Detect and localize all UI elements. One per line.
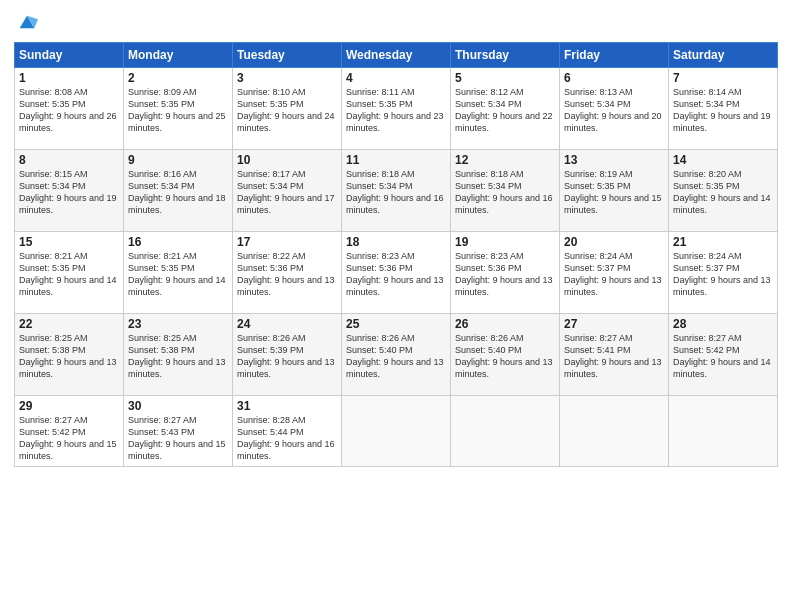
day-info: Sunrise: 8:27 AMSunset: 5:42 PMDaylight:… [673, 332, 773, 381]
calendar-cell: 10Sunrise: 8:17 AMSunset: 5:34 PMDayligh… [233, 150, 342, 232]
day-info: Sunrise: 8:26 AMSunset: 5:39 PMDaylight:… [237, 332, 337, 381]
calendar-cell: 12Sunrise: 8:18 AMSunset: 5:34 PMDayligh… [451, 150, 560, 232]
calendar-cell: 11Sunrise: 8:18 AMSunset: 5:34 PMDayligh… [342, 150, 451, 232]
day-number: 8 [19, 153, 119, 167]
calendar-cell: 15Sunrise: 8:21 AMSunset: 5:35 PMDayligh… [15, 232, 124, 314]
day-number: 17 [237, 235, 337, 249]
day-number: 29 [19, 399, 119, 413]
day-info: Sunrise: 8:26 AMSunset: 5:40 PMDaylight:… [455, 332, 555, 381]
day-info: Sunrise: 8:09 AMSunset: 5:35 PMDaylight:… [128, 86, 228, 135]
calendar-cell: 19Sunrise: 8:23 AMSunset: 5:36 PMDayligh… [451, 232, 560, 314]
logo-icon [16, 12, 38, 34]
day-number: 13 [564, 153, 664, 167]
day-info: Sunrise: 8:28 AMSunset: 5:44 PMDaylight:… [237, 414, 337, 463]
day-info: Sunrise: 8:19 AMSunset: 5:35 PMDaylight:… [564, 168, 664, 217]
calendar-cell: 5Sunrise: 8:12 AMSunset: 5:34 PMDaylight… [451, 68, 560, 150]
calendar-cell: 26Sunrise: 8:26 AMSunset: 5:40 PMDayligh… [451, 314, 560, 396]
day-number: 16 [128, 235, 228, 249]
day-number: 14 [673, 153, 773, 167]
header-sunday: Sunday [15, 43, 124, 68]
day-info: Sunrise: 8:11 AMSunset: 5:35 PMDaylight:… [346, 86, 446, 135]
day-info: Sunrise: 8:14 AMSunset: 5:34 PMDaylight:… [673, 86, 773, 135]
day-number: 22 [19, 317, 119, 331]
day-info: Sunrise: 8:22 AMSunset: 5:36 PMDaylight:… [237, 250, 337, 299]
day-number: 15 [19, 235, 119, 249]
day-info: Sunrise: 8:08 AMSunset: 5:35 PMDaylight:… [19, 86, 119, 135]
day-number: 27 [564, 317, 664, 331]
day-info: Sunrise: 8:24 AMSunset: 5:37 PMDaylight:… [564, 250, 664, 299]
calendar-cell: 22Sunrise: 8:25 AMSunset: 5:38 PMDayligh… [15, 314, 124, 396]
header [14, 12, 778, 34]
calendar-cell [669, 396, 778, 467]
day-number: 6 [564, 71, 664, 85]
calendar-cell [451, 396, 560, 467]
day-info: Sunrise: 8:27 AMSunset: 5:42 PMDaylight:… [19, 414, 119, 463]
day-number: 9 [128, 153, 228, 167]
day-info: Sunrise: 8:21 AMSunset: 5:35 PMDaylight:… [128, 250, 228, 299]
day-info: Sunrise: 8:25 AMSunset: 5:38 PMDaylight:… [19, 332, 119, 381]
day-number: 26 [455, 317, 555, 331]
calendar-cell: 16Sunrise: 8:21 AMSunset: 5:35 PMDayligh… [124, 232, 233, 314]
day-info: Sunrise: 8:18 AMSunset: 5:34 PMDaylight:… [455, 168, 555, 217]
calendar-cell: 28Sunrise: 8:27 AMSunset: 5:42 PMDayligh… [669, 314, 778, 396]
calendar-cell: 1Sunrise: 8:08 AMSunset: 5:35 PMDaylight… [15, 68, 124, 150]
day-info: Sunrise: 8:18 AMSunset: 5:34 PMDaylight:… [346, 168, 446, 217]
calendar-cell [342, 396, 451, 467]
calendar-cell: 17Sunrise: 8:22 AMSunset: 5:36 PMDayligh… [233, 232, 342, 314]
day-number: 10 [237, 153, 337, 167]
header-friday: Friday [560, 43, 669, 68]
calendar-cell: 29Sunrise: 8:27 AMSunset: 5:42 PMDayligh… [15, 396, 124, 467]
calendar-cell: 21Sunrise: 8:24 AMSunset: 5:37 PMDayligh… [669, 232, 778, 314]
logo [14, 12, 38, 34]
day-number: 31 [237, 399, 337, 413]
day-number: 19 [455, 235, 555, 249]
header-tuesday: Tuesday [233, 43, 342, 68]
calendar-cell: 30Sunrise: 8:27 AMSunset: 5:43 PMDayligh… [124, 396, 233, 467]
day-number: 18 [346, 235, 446, 249]
day-number: 21 [673, 235, 773, 249]
weekday-header-row: Sunday Monday Tuesday Wednesday Thursday… [15, 43, 778, 68]
day-number: 12 [455, 153, 555, 167]
day-number: 11 [346, 153, 446, 167]
calendar-cell: 2Sunrise: 8:09 AMSunset: 5:35 PMDaylight… [124, 68, 233, 150]
day-info: Sunrise: 8:20 AMSunset: 5:35 PMDaylight:… [673, 168, 773, 217]
day-info: Sunrise: 8:23 AMSunset: 5:36 PMDaylight:… [455, 250, 555, 299]
calendar-cell: 23Sunrise: 8:25 AMSunset: 5:38 PMDayligh… [124, 314, 233, 396]
calendar-cell: 14Sunrise: 8:20 AMSunset: 5:35 PMDayligh… [669, 150, 778, 232]
calendar-cell: 4Sunrise: 8:11 AMSunset: 5:35 PMDaylight… [342, 68, 451, 150]
calendar-cell: 31Sunrise: 8:28 AMSunset: 5:44 PMDayligh… [233, 396, 342, 467]
day-info: Sunrise: 8:16 AMSunset: 5:34 PMDaylight:… [128, 168, 228, 217]
calendar-cell: 20Sunrise: 8:24 AMSunset: 5:37 PMDayligh… [560, 232, 669, 314]
day-number: 23 [128, 317, 228, 331]
day-info: Sunrise: 8:10 AMSunset: 5:35 PMDaylight:… [237, 86, 337, 135]
header-thursday: Thursday [451, 43, 560, 68]
day-info: Sunrise: 8:15 AMSunset: 5:34 PMDaylight:… [19, 168, 119, 217]
calendar-cell: 8Sunrise: 8:15 AMSunset: 5:34 PMDaylight… [15, 150, 124, 232]
day-info: Sunrise: 8:27 AMSunset: 5:43 PMDaylight:… [128, 414, 228, 463]
day-info: Sunrise: 8:13 AMSunset: 5:34 PMDaylight:… [564, 86, 664, 135]
calendar-cell: 27Sunrise: 8:27 AMSunset: 5:41 PMDayligh… [560, 314, 669, 396]
day-info: Sunrise: 8:26 AMSunset: 5:40 PMDaylight:… [346, 332, 446, 381]
day-number: 5 [455, 71, 555, 85]
day-number: 25 [346, 317, 446, 331]
calendar-cell: 9Sunrise: 8:16 AMSunset: 5:34 PMDaylight… [124, 150, 233, 232]
day-info: Sunrise: 8:21 AMSunset: 5:35 PMDaylight:… [19, 250, 119, 299]
header-wednesday: Wednesday [342, 43, 451, 68]
calendar-cell: 7Sunrise: 8:14 AMSunset: 5:34 PMDaylight… [669, 68, 778, 150]
calendar-cell: 18Sunrise: 8:23 AMSunset: 5:36 PMDayligh… [342, 232, 451, 314]
day-info: Sunrise: 8:25 AMSunset: 5:38 PMDaylight:… [128, 332, 228, 381]
day-info: Sunrise: 8:12 AMSunset: 5:34 PMDaylight:… [455, 86, 555, 135]
day-info: Sunrise: 8:23 AMSunset: 5:36 PMDaylight:… [346, 250, 446, 299]
header-monday: Monday [124, 43, 233, 68]
day-number: 28 [673, 317, 773, 331]
day-info: Sunrise: 8:24 AMSunset: 5:37 PMDaylight:… [673, 250, 773, 299]
page-container: Sunday Monday Tuesday Wednesday Thursday… [0, 0, 792, 612]
day-number: 1 [19, 71, 119, 85]
day-info: Sunrise: 8:27 AMSunset: 5:41 PMDaylight:… [564, 332, 664, 381]
calendar-cell: 13Sunrise: 8:19 AMSunset: 5:35 PMDayligh… [560, 150, 669, 232]
day-number: 2 [128, 71, 228, 85]
day-number: 3 [237, 71, 337, 85]
calendar-table: Sunday Monday Tuesday Wednesday Thursday… [14, 42, 778, 467]
calendar-cell: 3Sunrise: 8:10 AMSunset: 5:35 PMDaylight… [233, 68, 342, 150]
day-number: 20 [564, 235, 664, 249]
